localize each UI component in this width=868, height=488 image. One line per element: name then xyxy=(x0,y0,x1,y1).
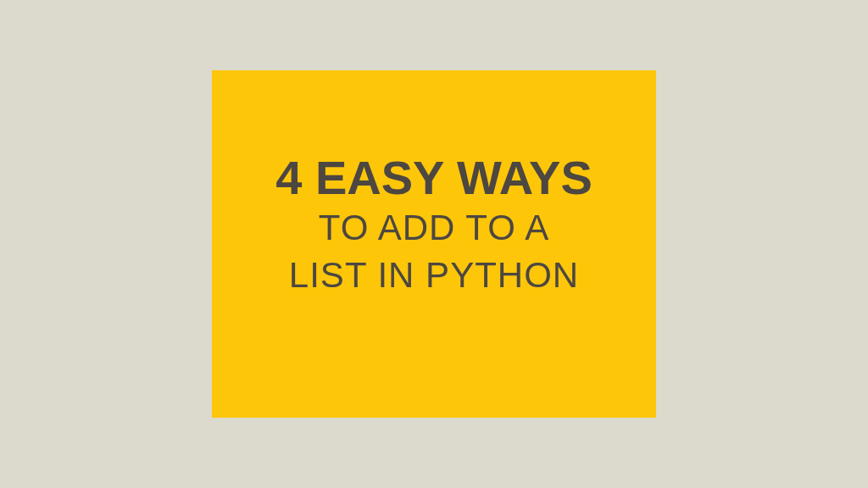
headline-line-2: TO ADD TO A xyxy=(319,204,549,252)
headline-line-3: LIST IN PYTHON xyxy=(289,252,579,300)
title-card: 4 EASY WAYS TO ADD TO A LIST IN PYTHON xyxy=(212,70,656,418)
headline-bold: 4 EASY WAYS xyxy=(275,152,593,204)
